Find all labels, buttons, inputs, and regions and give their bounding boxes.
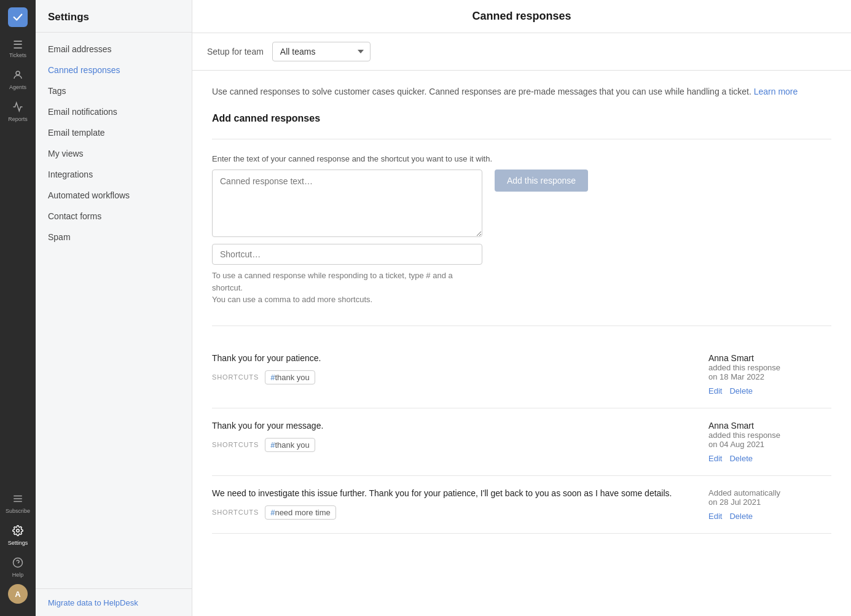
edit-button[interactable]: Edit — [708, 512, 722, 521]
shortcut-tag: #thank you — [265, 438, 315, 452]
form-label: Enter the text of your canned response a… — [212, 154, 831, 163]
response-text: We need to investigate this issue furthe… — [212, 488, 699, 498]
response-actions: Edit Delete — [708, 454, 831, 463]
agents-icon — [12, 69, 23, 82]
sidebar-item-automated-workflows[interactable]: Automated workflows — [36, 185, 192, 206]
shortcut-tag: #need more time — [265, 505, 336, 520]
nav-icon-tickets[interactable]: ☰ Tickets — [2, 34, 33, 63]
response-author: Anna Smart — [708, 421, 831, 431]
hint-text: To use a canned response while respondin… — [212, 270, 482, 306]
page-title: Canned responses — [192, 0, 851, 33]
main-area: Canned responses Setup for team All team… — [192, 0, 851, 616]
avatar[interactable]: A — [8, 584, 28, 604]
sidebar: Settings Email addresses Canned response… — [36, 0, 192, 616]
nav-icon-agents[interactable]: Agents — [2, 64, 33, 95]
delete-button[interactable]: Delete — [729, 454, 753, 463]
response-content: Thank you for your message. SHORTCUTS #t… — [212, 421, 699, 452]
info-text: Use canned responses to solve customer c… — [212, 85, 831, 98]
sidebar-item-tags[interactable]: Tags — [36, 80, 192, 101]
shortcuts-row: SHORTCUTS #thank you — [212, 370, 699, 384]
edit-button[interactable]: Edit — [708, 454, 722, 463]
sidebar-nav: Email addresses Canned responses Tags Em… — [36, 33, 192, 588]
response-item: Thank you for your message. SHORTCUTS #t… — [212, 408, 831, 476]
team-bar: Setup for team All teams Team A Team B T… — [192, 33, 851, 71]
sidebar-footer: Migrate data to HelpDesk — [36, 588, 192, 616]
nav-icon-subscribe[interactable]: Subscribe — [2, 488, 33, 519]
learn-more-link[interactable]: Learn more — [754, 87, 798, 96]
team-select[interactable]: All teams Team A Team B Team C — [272, 42, 371, 61]
main-content: Setup for team All teams Team A Team B T… — [192, 33, 851, 616]
response-meta-col: Anna Smart added this response on 04 Aug… — [708, 421, 831, 463]
delete-button[interactable]: Delete — [729, 386, 753, 396]
add-form-row: To use a canned response while respondin… — [212, 170, 831, 306]
add-response-button[interactable]: Add this response — [495, 170, 588, 192]
svg-point-4 — [17, 529, 20, 532]
shortcuts-row: SHORTCUTS #thank you — [212, 438, 699, 452]
sidebar-title: Settings — [36, 0, 192, 33]
add-section-title: Add canned responses — [212, 113, 831, 124]
response-auto-meta: Added automatically on 28 Jul 2021 — [708, 488, 831, 507]
svg-point-0 — [16, 71, 20, 75]
team-bar-label: Setup for team — [207, 47, 264, 57]
form-column: To use a canned response while respondin… — [212, 170, 482, 306]
sidebar-item-email-notifications[interactable]: Email notifications — [36, 101, 192, 122]
sidebar-item-contact-forms[interactable]: Contact forms — [36, 206, 192, 227]
icon-bar: ☰ Tickets Agents Reports Subscribe — [0, 0, 36, 616]
sidebar-item-email-template[interactable]: Email template — [36, 122, 192, 143]
response-added-meta: added this response on 04 Aug 2021 — [708, 431, 831, 449]
nav-icon-help[interactable]: Help — [2, 552, 33, 583]
delete-button[interactable]: Delete — [729, 512, 753, 521]
edit-button[interactable]: Edit — [708, 386, 722, 396]
sidebar-item-spam[interactable]: Spam — [36, 227, 192, 248]
shortcut-tag: #thank you — [265, 370, 315, 384]
settings-icon — [12, 525, 23, 538]
sidebar-item-canned-responses[interactable]: Canned responses — [36, 60, 192, 80]
sidebar-item-integrations[interactable]: Integrations — [36, 164, 192, 185]
response-item: Thank you for your patience. SHORTCUTS #… — [212, 341, 831, 408]
help-icon — [12, 557, 23, 570]
content-area: Use canned responses to solve customer c… — [192, 71, 851, 548]
response-added-meta: added this response on 18 Mar 2022 — [708, 363, 831, 381]
nav-icon-settings[interactable]: Settings — [2, 520, 33, 551]
response-text: Thank you for your patience. — [212, 353, 699, 363]
sidebar-item-my-views[interactable]: My views — [36, 143, 192, 164]
response-text: Thank you for your message. — [212, 421, 699, 431]
response-list: Thank you for your patience. SHORTCUTS #… — [212, 341, 831, 534]
logo-icon — [8, 7, 28, 27]
response-content: Thank you for your patience. SHORTCUTS #… — [212, 353, 699, 384]
shortcut-input[interactable] — [212, 244, 482, 265]
response-actions: Edit Delete — [708, 512, 831, 521]
response-actions: Edit Delete — [708, 386, 831, 396]
response-meta-col: Added automatically on 28 Jul 2021 Edit … — [708, 488, 831, 521]
response-author: Anna Smart — [708, 353, 831, 363]
tickets-icon: ☰ — [13, 39, 23, 50]
shortcuts-row: SHORTCUTS #need more time — [212, 505, 699, 520]
canned-response-textarea[interactable] — [212, 170, 482, 237]
response-item: We need to investigate this issue furthe… — [212, 476, 831, 534]
nav-icon-reports[interactable]: Reports — [2, 96, 33, 127]
migrate-link[interactable]: Migrate data to HelpDesk — [48, 598, 138, 607]
sidebar-item-email-addresses[interactable]: Email addresses — [36, 39, 192, 60]
response-meta-col: Anna Smart added this response on 18 Mar… — [708, 353, 831, 396]
response-content: We need to investigate this issue furthe… — [212, 488, 699, 520]
reports-icon — [12, 101, 23, 114]
subscribe-icon — [12, 493, 23, 506]
